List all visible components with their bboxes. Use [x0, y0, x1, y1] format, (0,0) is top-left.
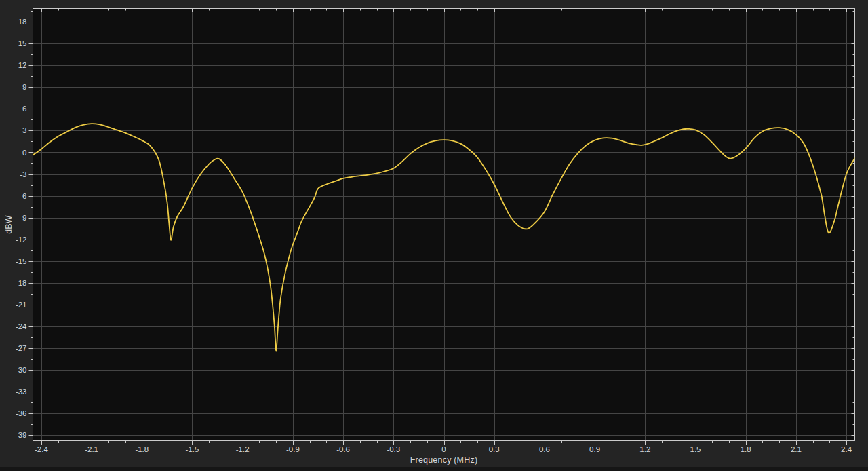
y-tick-label: -3 — [20, 170, 26, 178]
x-tick-label: 0 — [441, 445, 446, 453]
x-tick-label: -1.2 — [236, 445, 250, 453]
x-tick-label: -1.8 — [135, 445, 149, 453]
x-tick-label: 1.8 — [741, 445, 751, 453]
y-tick-label: 15 — [18, 39, 27, 48]
x-tick-label: -0.3 — [387, 445, 400, 453]
x-tick-label: 0.3 — [489, 445, 500, 453]
x-tick-label: -0.6 — [336, 445, 350, 453]
y-tick-label: 0 — [22, 149, 26, 157]
x-tick-label: 2.4 — [841, 445, 852, 453]
y-tick-label: 9 — [22, 83, 26, 91]
y-tick-label: 18 — [18, 18, 27, 26]
x-tick-label: 1.5 — [690, 445, 701, 453]
y-tick-label: -9 — [20, 214, 26, 222]
plot-area[interactable] — [33, 9, 855, 441]
spectrum-analyzer-window: -2.4-2.1-1.8-1.5-1.2-0.9-0.6-0.300.30.60… — [0, 0, 868, 471]
window-bottom-edge — [0, 467, 868, 471]
x-tick-label: -1.5 — [186, 445, 199, 453]
x-tick-label: 0.9 — [589, 445, 600, 453]
x-tick-label: -2.4 — [35, 445, 48, 453]
y-tick-label: -18 — [16, 279, 27, 287]
y-tick-labels: 1815129630-3-6-9-12-15-18-21-24-27-30-33… — [16, 18, 27, 439]
y-tick-label: -39 — [16, 431, 27, 439]
x-tick-label: -0.9 — [286, 445, 300, 453]
x-tick-label: 1.2 — [639, 445, 650, 453]
x-tick-label: 0.6 — [539, 445, 550, 453]
y-tick-label: 3 — [22, 126, 26, 134]
y-tick-label: 6 — [22, 105, 26, 113]
y-axis-label: dBW — [4, 215, 14, 234]
x-axis-label: Frequency (MHz) — [33, 455, 855, 465]
x-tick-labels: -2.4-2.1-1.8-1.5-1.2-0.9-0.6-0.300.30.60… — [35, 445, 852, 453]
x-tick-label: -2.1 — [85, 445, 98, 453]
y-tick-label: -24 — [16, 322, 27, 331]
y-tick-label: -33 — [16, 388, 27, 396]
y-tick-label: -36 — [16, 409, 27, 417]
spectrum-plot-canvas[interactable]: -2.4-2.1-1.8-1.5-1.2-0.9-0.6-0.300.30.60… — [0, 0, 868, 471]
y-tick-label: -6 — [20, 192, 26, 200]
y-tick-label: -27 — [16, 344, 27, 352]
y-tick-label: 12 — [18, 61, 27, 69]
y-tick-label: -12 — [16, 236, 27, 244]
y-tick-label: -15 — [16, 257, 27, 265]
x-tick-label: 2.1 — [791, 445, 802, 453]
y-tick-label: -30 — [16, 366, 27, 374]
y-tick-label: -21 — [16, 301, 27, 309]
